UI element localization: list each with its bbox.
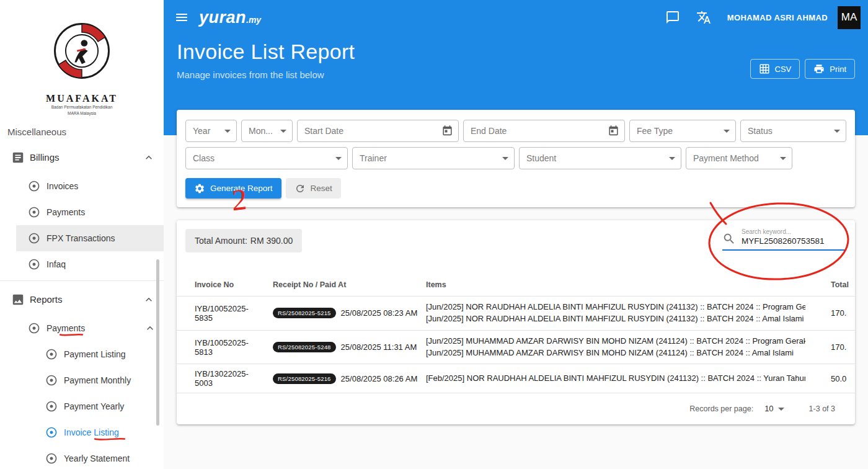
menu-icon[interactable]	[174, 10, 189, 25]
brand-logo[interactable]: yuran .my	[199, 8, 261, 27]
sidebar-item-payment-monthly[interactable]: Payment Monthly	[33, 367, 164, 393]
circle-dot-icon	[45, 426, 58, 439]
records-per-page-select[interactable]: 10	[764, 404, 784, 413]
sidebar-item-yearly-statement[interactable]: Yearly Statement	[33, 445, 164, 469]
sidebar-group-reports[interactable]: Reports	[0, 284, 164, 315]
user-name[interactable]: MOHAMAD ASRI AHMAD	[727, 13, 828, 22]
filter-actions: Generate Report Reset	[185, 178, 846, 199]
sidebar-item-label: Payments	[46, 323, 85, 333]
export-buttons: CSV Print	[750, 59, 855, 79]
sidebar-item-label: Payments	[46, 207, 85, 217]
end-date-input[interactable]: End Date	[463, 120, 625, 142]
calendar-icon[interactable]	[608, 125, 619, 137]
chevron-down-icon	[280, 130, 286, 133]
chevron-down-icon	[335, 157, 342, 160]
sidebar-item-invoices[interactable]: Invoices	[16, 173, 164, 199]
records-per-page-label: Records per page:	[689, 404, 753, 413]
fee-type-select[interactable]: Fee Type	[629, 120, 736, 142]
total-amount-chip: Total Amount: RM 390.00	[185, 229, 302, 252]
student-select[interactable]: Student	[519, 147, 681, 169]
receipt-no-badge: RS/25082025-5215	[273, 308, 336, 318]
sidebar-item-payment-listing[interactable]: Payment Listing	[33, 341, 164, 367]
sidebar-item-fpx-transactions[interactable]: FPX Transactions	[16, 225, 164, 251]
sidebar-scrollbar[interactable]	[156, 259, 159, 426]
invoice-no-cell: IYB/10052025-5813	[177, 330, 255, 364]
sidebar-group-reports-payments[interactable]: Payments	[16, 315, 164, 341]
sidebar-item-label: Infaq	[46, 259, 66, 269]
search-field[interactable]: Search keyword... MYFL2508260753581	[722, 228, 846, 251]
chevron-down-icon	[224, 130, 231, 133]
total-amount-label: Total Amount:	[195, 236, 247, 246]
gear-icon	[194, 183, 205, 194]
generate-report-button[interactable]: Generate Report	[185, 178, 281, 199]
page-subtitle: Manage invoices from the list below	[177, 69, 355, 80]
chevron-down-icon	[780, 157, 786, 160]
payment-method-select[interactable]: Payment Method	[686, 147, 792, 169]
table-row[interactable]: IYB/13022025-5003 RS/25082025-5216 25/08…	[177, 364, 855, 393]
start-date-input[interactable]: Start Date	[297, 120, 459, 142]
total-cell: 50.0	[813, 364, 855, 393]
table-header-row: Invoice No Receipt No / Paid At Items To…	[177, 274, 855, 297]
reports-label: Reports	[30, 294, 63, 305]
chevron-down-icon	[834, 130, 840, 133]
sidebar-item-label: Yearly Statement	[64, 453, 130, 463]
sidebar-item-infaq[interactable]: Infaq	[16, 251, 164, 277]
billings-sublist: Invoices Payments FPX Transactions	[16, 173, 164, 277]
circle-dot-icon	[45, 348, 58, 360]
sidebar-item-payment-yearly[interactable]: Payment Yearly	[33, 393, 164, 419]
csv-icon	[759, 63, 770, 74]
status-select[interactable]: Status	[740, 120, 846, 142]
topbar: yuran .my MOHAMAD ASRI AHMAD MA	[164, 0, 868, 35]
sidebar-item-payments[interactable]: Payments	[16, 199, 164, 225]
reset-button[interactable]: Reset	[286, 178, 341, 199]
sidebar-item-label: Payment Yearly	[64, 401, 124, 411]
calendar-icon[interactable]	[441, 125, 453, 137]
refresh-icon	[294, 183, 306, 194]
search-value: MYFL2508260753581	[742, 237, 825, 246]
page-header: Invoice List Report Manage invoices from…	[164, 35, 868, 80]
col-invoice-no: Invoice No	[177, 274, 255, 297]
brand-text: yuran	[199, 8, 246, 27]
generate-report-label: Generate Report	[210, 184, 273, 193]
circle-dot-icon	[45, 452, 58, 465]
logo-title: MUAFAKAT	[0, 93, 164, 104]
invoice-table: Invoice No Receipt No / Paid At Items To…	[177, 274, 855, 393]
pagination-range: 1-3 of 3	[809, 404, 835, 413]
paid-at: 25/08/2025 11:31 AM	[341, 342, 417, 352]
avatar[interactable]: MA	[838, 6, 861, 29]
chevron-up-icon	[143, 151, 155, 164]
class-select[interactable]: Class	[185, 147, 348, 169]
circle-dot-icon	[28, 206, 40, 218]
year-select[interactable]: Year	[185, 120, 237, 142]
sidebar-divider	[0, 280, 164, 281]
sidebar-item-invoice-listing[interactable]: Invoice Listing	[33, 419, 164, 445]
month-select[interactable]: Mon...	[241, 120, 293, 142]
trainer-select[interactable]: Trainer	[352, 147, 515, 169]
filter-card: Year Mon... Start Date End Date Fee Type…	[177, 110, 855, 207]
translate-icon[interactable]	[696, 10, 711, 25]
sidebar-nav: Billings Invoices Payments	[0, 142, 164, 469]
table-row[interactable]: IYB/10052025-5813 RS/25082025-5248 25/08…	[177, 330, 855, 364]
main-area: yuran .my MOHAMAD ASRI AHMAD MA Invoice	[164, 0, 868, 469]
chevron-up-icon	[144, 322, 156, 334]
chat-icon[interactable]	[665, 10, 680, 25]
col-items: Items	[408, 274, 813, 297]
print-button[interactable]: Print	[805, 59, 855, 79]
search-input[interactable]: Search keyword... MYFL2508260753581	[742, 228, 825, 246]
items-cell: [Feb/2025] NOR RAUDHAH ALDELIA BINTI MAH…	[408, 364, 813, 393]
reset-label: Reset	[311, 184, 332, 193]
pagination: Records per page: 10 1-3 of 3	[177, 393, 855, 421]
brand-suffix: .my	[246, 15, 261, 25]
sidebar-item-miscellaneous[interactable]: Miscellaneous	[0, 117, 164, 138]
sidebar-group-billings[interactable]: Billings	[0, 142, 164, 173]
receipt-no-badge: RS/25082025-5216	[273, 373, 336, 384]
sidebar-item-label: FPX Transactions	[46, 233, 115, 243]
sidebar-item-label: Invoices	[46, 181, 78, 191]
muafakat-logo: MUAFAKAT Badan Permuafakatan Pendidikan …	[0, 0, 164, 117]
chevron-down-icon	[778, 408, 784, 411]
logo-subtitle-line2: MARA Malaysia	[0, 111, 164, 117]
csv-button[interactable]: CSV	[750, 59, 800, 79]
circle-dot-icon	[45, 374, 58, 386]
table-row[interactable]: IYB/10052025-5835 RS/25082025-5215 25/08…	[177, 297, 855, 331]
sidebar-item-label: Invoice Listing	[64, 427, 119, 437]
